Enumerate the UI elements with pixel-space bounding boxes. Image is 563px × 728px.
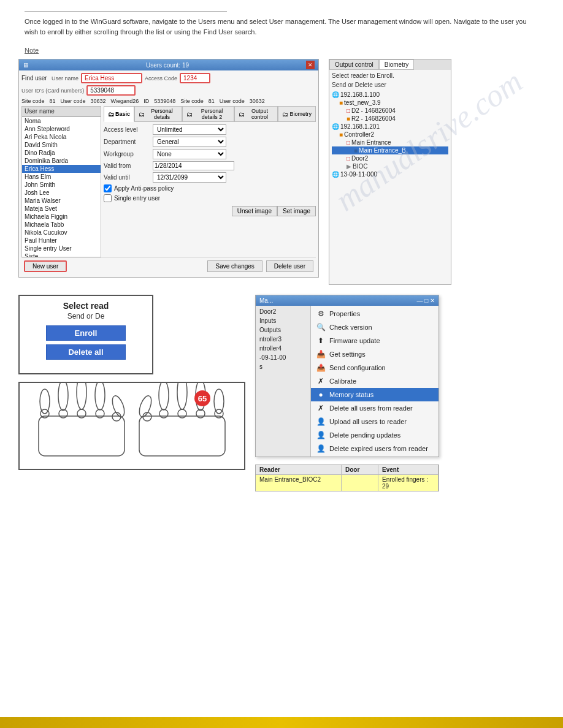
svg-rect-21 [139,416,225,456]
context-menu-sidebar-item[interactable]: Inputs [257,316,309,325]
valid-until-select[interactable]: 12/31/2099 [153,172,226,183]
tree-item[interactable]: 🌐192.168.1.100 [332,91,448,99]
unset-image-button[interactable]: Unset image [232,206,277,216]
tree-item[interactable]: ■Controller2 [332,131,448,138]
window-titlebar: 🖥 Users count: 19 ✕ [19,59,318,70]
user-list-item[interactable]: Michaela Figgin [22,213,101,221]
context-menu-item[interactable]: 📥Get settings [311,347,439,361]
context-menu-title: Ma... [259,297,273,304]
delete-user-button[interactable]: Delete user [266,260,313,272]
save-changes-button[interactable]: Save changes [207,260,262,272]
note-link: Note [25,47,39,54]
context-menu-item[interactable]: ●Memory status [311,388,439,401]
user-list-item[interactable]: Dino Radja [22,149,101,157]
window-close-button[interactable]: ✕ [306,61,315,69]
workgroup-select[interactable]: None [153,149,226,159]
department-select[interactable]: General [153,137,226,147]
context-menu-item[interactable]: 👤Upload all users to reader [311,415,439,428]
user-list-item[interactable]: Josh Lee [22,189,101,197]
context-menu-item[interactable]: ✗Calibrate [311,374,439,388]
context-menu-item[interactable]: ⚙Properties [311,307,439,320]
context-menu-item[interactable]: 📤Send configuration [311,361,439,374]
tree-item-icon: □ [347,155,350,162]
tree-item[interactable]: □Door2 [332,154,448,162]
new-user-button[interactable]: New user [24,260,67,272]
tree-item-label: BIOC [353,163,367,170]
context-menu-item[interactable]: 👤Delete expired users from reader [311,442,439,455]
access-code-input[interactable]: 1234 [180,73,210,83]
single-entry-checkbox[interactable] [104,194,112,202]
context-menu-item-label: Delete all users from reader [329,404,413,412]
user-list-item[interactable]: Hans Elm [22,173,101,181]
tree-item-label: Door2 [351,155,368,162]
tab-biometry[interactable]: 🗂Biometry [278,106,316,122]
delete-all-button[interactable]: Delete all [46,344,126,360]
user-list-item[interactable]: Dominika Barda [22,157,101,165]
user-list[interactable]: NomaAnn SteplerwordAri Peka NicolaDavid … [21,116,101,257]
tree-item[interactable]: □Main Entrance [332,138,448,146]
context-menu-sidebar-item[interactable]: ntroller4 [257,344,309,353]
tree-item-label: Main Entrance_B [359,147,406,154]
tree-item-label: 192.168.1.100 [340,91,380,98]
tab-basic[interactable]: 🗂Basic [104,106,134,122]
user-list-column: User name NomaAnn SteplerwordAri Peka Ni… [21,106,101,257]
tree-item-label: D2 - 146826004 [351,107,396,114]
user-list-item[interactable]: Ann Steplerword [22,125,101,133]
user-list-item[interactable]: Nikola Cucukov [22,229,101,237]
tree-item[interactable]: ■R2 - 146826004 [332,115,448,123]
output-control-tab[interactable]: Output control [329,59,379,70]
context-menu-item[interactable]: 👤Delete pending updates [311,428,439,442]
set-image-button[interactable]: Set image [277,206,316,216]
department-label: Department [104,138,153,145]
context-menu-item-label: Get settings [329,351,366,358]
user-list-item[interactable]: Erica Hess [22,165,101,173]
tree-item-icon: 🌐 [332,123,339,130]
tree-container: 🌐192.168.1.100■test_new_3.9□D2 - 1468260… [332,91,448,178]
user-name-input[interactable]: Erica Hess [81,73,142,83]
user-list-item[interactable]: Mateja Svet [22,205,101,213]
svg-point-14 [177,383,187,409]
context-menu-item[interactable]: 🔍Check version [311,320,439,334]
top-section: Once logged in to the WinGuard software,… [0,0,563,59]
context-menu-item[interactable]: ⬆Firmware update [311,334,439,347]
tree-item[interactable]: □D2 - 146826004 [332,107,448,115]
tab-personal-details[interactable]: 🗂Personal details [134,106,182,122]
biometry-tab[interactable]: Biometry [379,59,414,70]
context-menu-sidebar-item[interactable]: s [257,362,309,371]
user-list-item[interactable]: Maria Walser [22,197,101,205]
svg-point-12 [159,383,169,410]
find-user-label: Find user [21,75,49,82]
user-list-item[interactable]: Siste [22,252,101,257]
anti-pass-checkbox[interactable] [104,184,112,192]
context-menu-sidebar-item[interactable]: Door2 [257,307,309,316]
tree-item[interactable]: ■test_new_3.9 [332,99,448,107]
tree-item[interactable]: 🌐192.168.1.201 [332,123,448,131]
user-list-item[interactable]: Michaela Tabb [22,221,101,229]
user-list-item[interactable]: Paul Hunter [22,237,101,245]
finger-svg: 65 [28,383,236,469]
user-list-item[interactable]: David Smith [22,141,101,149]
context-menu-sidebar-item[interactable]: Outputs [257,325,309,335]
context-menu-sidebar-item[interactable]: -09-11-00 [257,353,309,362]
context-menu-controls: — □ ✕ [416,297,435,304]
tab-personal-details-2[interactable]: 🗂Personal details 2 [182,106,234,122]
svg-point-15 [178,409,186,418]
tree-item-icon: ■ [354,147,358,154]
tree-item-label: test_new_3.9 [344,99,381,106]
user-list-item[interactable]: John Smith [22,181,101,189]
enroll-button[interactable]: Enroll [46,325,126,341]
context-menu-sidebar: Door2InputsOutputsntroller3ntroller4-09-… [256,306,311,457]
context-menu-item[interactable]: ✗Delete all users from reader [311,401,439,415]
valid-until-label: Valid until [104,174,153,181]
user-list-item[interactable]: Single entry User [22,245,101,252]
tab-output-control[interactable]: 🗂Output control [234,106,278,122]
context-menu-sidebar-item[interactable]: ntroller3 [257,335,309,344]
access-level-select[interactable]: Unlimited [153,124,226,135]
user-list-item[interactable]: Ari Peka Nicola [22,133,101,141]
tree-item[interactable]: 🌐13-09-11-000 [332,170,448,178]
tree-item[interactable]: ■Main Entrance_B [332,146,448,154]
tree-item[interactable]: ▶BIOC [332,162,448,170]
user-list-item[interactable]: Noma [22,117,101,125]
user-id-input[interactable]: 5339048 [86,85,136,96]
valid-from-input[interactable] [153,161,234,170]
